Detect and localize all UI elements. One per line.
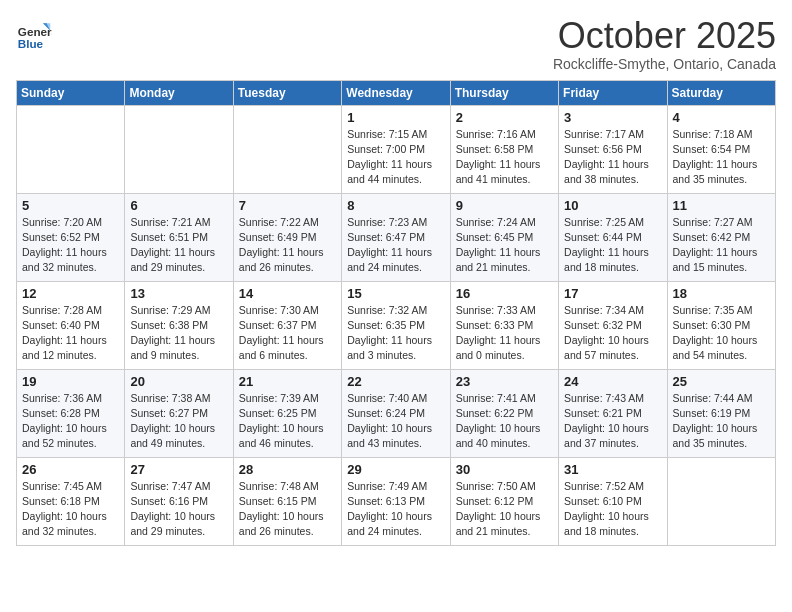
day-number: 17 <box>564 286 661 301</box>
calendar-cell: 29Sunrise: 7:49 AM Sunset: 6:13 PM Dayli… <box>342 457 450 545</box>
day-info: Sunrise: 7:45 AM Sunset: 6:18 PM Dayligh… <box>22 479 119 540</box>
day-info: Sunrise: 7:20 AM Sunset: 6:52 PM Dayligh… <box>22 215 119 276</box>
calendar-cell: 17Sunrise: 7:34 AM Sunset: 6:32 PM Dayli… <box>559 281 667 369</box>
day-number: 14 <box>239 286 336 301</box>
day-info: Sunrise: 7:29 AM Sunset: 6:38 PM Dayligh… <box>130 303 227 364</box>
day-number: 18 <box>673 286 770 301</box>
day-number: 1 <box>347 110 444 125</box>
day-info: Sunrise: 7:38 AM Sunset: 6:27 PM Dayligh… <box>130 391 227 452</box>
day-info: Sunrise: 7:52 AM Sunset: 6:10 PM Dayligh… <box>564 479 661 540</box>
calendar-cell: 28Sunrise: 7:48 AM Sunset: 6:15 PM Dayli… <box>233 457 341 545</box>
day-info: Sunrise: 7:49 AM Sunset: 6:13 PM Dayligh… <box>347 479 444 540</box>
calendar-week-4: 19Sunrise: 7:36 AM Sunset: 6:28 PM Dayli… <box>17 369 776 457</box>
day-info: Sunrise: 7:15 AM Sunset: 7:00 PM Dayligh… <box>347 127 444 188</box>
calendar-cell: 24Sunrise: 7:43 AM Sunset: 6:21 PM Dayli… <box>559 369 667 457</box>
calendar-cell: 15Sunrise: 7:32 AM Sunset: 6:35 PM Dayli… <box>342 281 450 369</box>
day-info: Sunrise: 7:22 AM Sunset: 6:49 PM Dayligh… <box>239 215 336 276</box>
day-number: 26 <box>22 462 119 477</box>
day-info: Sunrise: 7:23 AM Sunset: 6:47 PM Dayligh… <box>347 215 444 276</box>
day-number: 15 <box>347 286 444 301</box>
calendar-header-thursday: Thursday <box>450 80 558 105</box>
day-number: 10 <box>564 198 661 213</box>
day-info: Sunrise: 7:36 AM Sunset: 6:28 PM Dayligh… <box>22 391 119 452</box>
calendar-cell: 25Sunrise: 7:44 AM Sunset: 6:19 PM Dayli… <box>667 369 775 457</box>
calendar-header-friday: Friday <box>559 80 667 105</box>
day-number: 12 <box>22 286 119 301</box>
calendar-cell: 27Sunrise: 7:47 AM Sunset: 6:16 PM Dayli… <box>125 457 233 545</box>
calendar-cell: 22Sunrise: 7:40 AM Sunset: 6:24 PM Dayli… <box>342 369 450 457</box>
day-number: 16 <box>456 286 553 301</box>
day-number: 13 <box>130 286 227 301</box>
month-title: October 2025 <box>553 16 776 56</box>
calendar-header-monday: Monday <box>125 80 233 105</box>
calendar-header-saturday: Saturday <box>667 80 775 105</box>
day-number: 6 <box>130 198 227 213</box>
calendar-cell: 4Sunrise: 7:18 AM Sunset: 6:54 PM Daylig… <box>667 105 775 193</box>
calendar-cell: 16Sunrise: 7:33 AM Sunset: 6:33 PM Dayli… <box>450 281 558 369</box>
day-number: 21 <box>239 374 336 389</box>
calendar-cell: 18Sunrise: 7:35 AM Sunset: 6:30 PM Dayli… <box>667 281 775 369</box>
calendar-cell: 11Sunrise: 7:27 AM Sunset: 6:42 PM Dayli… <box>667 193 775 281</box>
calendar-cell: 2Sunrise: 7:16 AM Sunset: 6:58 PM Daylig… <box>450 105 558 193</box>
day-info: Sunrise: 7:33 AM Sunset: 6:33 PM Dayligh… <box>456 303 553 364</box>
day-info: Sunrise: 7:41 AM Sunset: 6:22 PM Dayligh… <box>456 391 553 452</box>
day-info: Sunrise: 7:50 AM Sunset: 6:12 PM Dayligh… <box>456 479 553 540</box>
calendar-week-3: 12Sunrise: 7:28 AM Sunset: 6:40 PM Dayli… <box>17 281 776 369</box>
calendar-cell <box>667 457 775 545</box>
day-info: Sunrise: 7:47 AM Sunset: 6:16 PM Dayligh… <box>130 479 227 540</box>
calendar-header-wednesday: Wednesday <box>342 80 450 105</box>
calendar-cell: 20Sunrise: 7:38 AM Sunset: 6:27 PM Dayli… <box>125 369 233 457</box>
day-info: Sunrise: 7:32 AM Sunset: 6:35 PM Dayligh… <box>347 303 444 364</box>
title-block: October 2025 Rockcliffe-Smythe, Ontario,… <box>553 16 776 72</box>
day-number: 22 <box>347 374 444 389</box>
location-subtitle: Rockcliffe-Smythe, Ontario, Canada <box>553 56 776 72</box>
day-info: Sunrise: 7:28 AM Sunset: 6:40 PM Dayligh… <box>22 303 119 364</box>
logo-icon: General Blue <box>16 16 52 52</box>
calendar-cell: 5Sunrise: 7:20 AM Sunset: 6:52 PM Daylig… <box>17 193 125 281</box>
day-number: 28 <box>239 462 336 477</box>
page-header: General Blue October 2025 Rockcliffe-Smy… <box>16 16 776 72</box>
calendar-cell: 12Sunrise: 7:28 AM Sunset: 6:40 PM Dayli… <box>17 281 125 369</box>
day-info: Sunrise: 7:40 AM Sunset: 6:24 PM Dayligh… <box>347 391 444 452</box>
calendar-cell: 30Sunrise: 7:50 AM Sunset: 6:12 PM Dayli… <box>450 457 558 545</box>
calendar-cell: 3Sunrise: 7:17 AM Sunset: 6:56 PM Daylig… <box>559 105 667 193</box>
calendar-cell <box>125 105 233 193</box>
day-info: Sunrise: 7:21 AM Sunset: 6:51 PM Dayligh… <box>130 215 227 276</box>
calendar-cell: 19Sunrise: 7:36 AM Sunset: 6:28 PM Dayli… <box>17 369 125 457</box>
calendar-week-5: 26Sunrise: 7:45 AM Sunset: 6:18 PM Dayli… <box>17 457 776 545</box>
day-info: Sunrise: 7:48 AM Sunset: 6:15 PM Dayligh… <box>239 479 336 540</box>
day-info: Sunrise: 7:25 AM Sunset: 6:44 PM Dayligh… <box>564 215 661 276</box>
day-number: 24 <box>564 374 661 389</box>
day-number: 8 <box>347 198 444 213</box>
calendar-header-row: SundayMondayTuesdayWednesdayThursdayFrid… <box>17 80 776 105</box>
calendar-cell: 23Sunrise: 7:41 AM Sunset: 6:22 PM Dayli… <box>450 369 558 457</box>
day-info: Sunrise: 7:34 AM Sunset: 6:32 PM Dayligh… <box>564 303 661 364</box>
day-info: Sunrise: 7:18 AM Sunset: 6:54 PM Dayligh… <box>673 127 770 188</box>
day-number: 9 <box>456 198 553 213</box>
calendar-table: SundayMondayTuesdayWednesdayThursdayFrid… <box>16 80 776 546</box>
calendar-header-sunday: Sunday <box>17 80 125 105</box>
day-number: 7 <box>239 198 336 213</box>
svg-text:Blue: Blue <box>18 37 44 50</box>
day-number: 31 <box>564 462 661 477</box>
day-info: Sunrise: 7:44 AM Sunset: 6:19 PM Dayligh… <box>673 391 770 452</box>
day-info: Sunrise: 7:35 AM Sunset: 6:30 PM Dayligh… <box>673 303 770 364</box>
calendar-cell: 7Sunrise: 7:22 AM Sunset: 6:49 PM Daylig… <box>233 193 341 281</box>
calendar-cell: 9Sunrise: 7:24 AM Sunset: 6:45 PM Daylig… <box>450 193 558 281</box>
calendar-week-2: 5Sunrise: 7:20 AM Sunset: 6:52 PM Daylig… <box>17 193 776 281</box>
day-number: 2 <box>456 110 553 125</box>
calendar-cell: 26Sunrise: 7:45 AM Sunset: 6:18 PM Dayli… <box>17 457 125 545</box>
day-number: 3 <box>564 110 661 125</box>
day-number: 11 <box>673 198 770 213</box>
day-number: 25 <box>673 374 770 389</box>
day-info: Sunrise: 7:30 AM Sunset: 6:37 PM Dayligh… <box>239 303 336 364</box>
calendar-cell: 21Sunrise: 7:39 AM Sunset: 6:25 PM Dayli… <box>233 369 341 457</box>
day-number: 30 <box>456 462 553 477</box>
calendar-cell: 31Sunrise: 7:52 AM Sunset: 6:10 PM Dayli… <box>559 457 667 545</box>
day-info: Sunrise: 7:16 AM Sunset: 6:58 PM Dayligh… <box>456 127 553 188</box>
logo: General Blue <box>16 16 52 52</box>
day-number: 23 <box>456 374 553 389</box>
day-info: Sunrise: 7:17 AM Sunset: 6:56 PM Dayligh… <box>564 127 661 188</box>
calendar-cell: 13Sunrise: 7:29 AM Sunset: 6:38 PM Dayli… <box>125 281 233 369</box>
day-info: Sunrise: 7:24 AM Sunset: 6:45 PM Dayligh… <box>456 215 553 276</box>
